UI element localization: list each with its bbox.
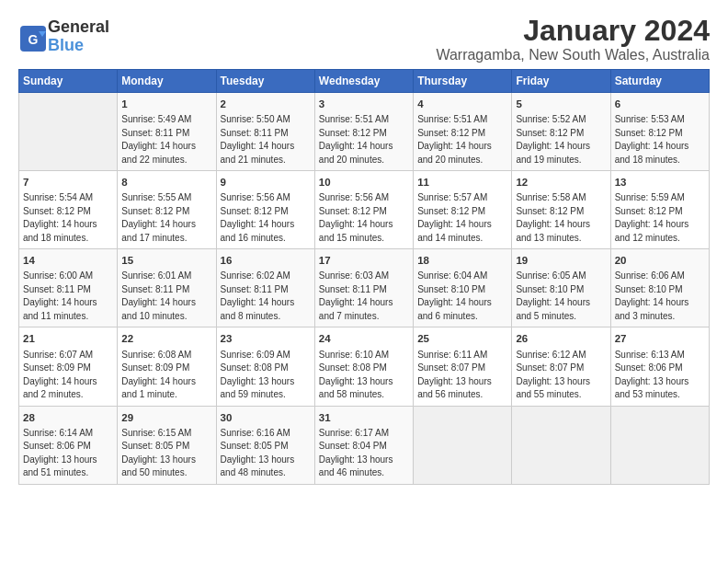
table-cell: 6Sunrise: 5:53 AM Sunset: 8:12 PM Daylig… [610,93,709,171]
cell-content: Sunrise: 5:50 AM Sunset: 8:11 PM Dayligh… [221,113,311,167]
day-number: 1 [121,97,211,111]
table-cell: 14Sunrise: 6:00 AM Sunset: 8:11 PM Dayli… [19,249,118,327]
cell-content: Sunrise: 6:15 AM Sunset: 8:05 PM Dayligh… [121,427,211,480]
header: G General Blue January 2024 Warragamba, … [18,15,710,63]
table-cell: 18Sunrise: 6:04 AM Sunset: 8:10 PM Dayli… [414,249,512,327]
day-number: 8 [121,175,211,190]
table-cell [512,406,610,484]
calendar-row: 21Sunrise: 6:07 AM Sunset: 8:09 PM Dayli… [19,327,710,406]
title-block: January 2024 Warragamba, New South Wales… [436,15,710,63]
calendar-row: 1Sunrise: 5:49 AM Sunset: 8:11 PM Daylig… [19,93,710,171]
day-number: 6 [615,97,705,111]
cell-content: Sunrise: 6:04 AM Sunset: 8:10 PM Dayligh… [417,270,507,323]
table-cell: 5Sunrise: 5:52 AM Sunset: 8:12 PM Daylig… [512,93,610,171]
table-cell: 28Sunrise: 6:14 AM Sunset: 8:06 PM Dayli… [19,406,118,484]
cell-content: Sunrise: 5:58 AM Sunset: 8:12 PM Dayligh… [516,191,606,245]
table-cell: 26Sunrise: 6:12 AM Sunset: 8:07 PM Dayli… [512,327,610,406]
day-number: 28 [23,410,113,425]
calendar-row: 28Sunrise: 6:14 AM Sunset: 8:06 PM Dayli… [19,406,710,484]
day-number: 14 [23,253,113,268]
table-cell: 20Sunrise: 6:06 AM Sunset: 8:10 PM Dayli… [610,249,709,327]
col-wednesday: Wednesday [314,70,413,93]
cell-content: Sunrise: 5:53 AM Sunset: 8:12 PM Dayligh… [615,113,705,167]
cell-content: Sunrise: 6:11 AM Sunset: 8:07 PM Dayligh… [417,349,507,402]
cell-content: Sunrise: 5:51 AM Sunset: 8:12 PM Dayligh… [417,113,507,167]
day-number: 2 [221,97,311,111]
logo-text: General Blue [48,18,109,55]
cell-content: Sunrise: 6:08 AM Sunset: 8:09 PM Dayligh… [121,349,211,402]
svg-text:G: G [28,32,39,47]
cell-content: Sunrise: 5:59 AM Sunset: 8:12 PM Dayligh… [615,191,705,245]
day-number: 16 [221,253,311,268]
calendar-title: January 2024 [436,15,710,47]
cell-content: Sunrise: 5:55 AM Sunset: 8:12 PM Dayligh… [121,191,211,245]
cell-content: Sunrise: 6:00 AM Sunset: 8:11 PM Dayligh… [23,270,113,323]
col-tuesday: Tuesday [216,70,314,93]
logo: G General Blue [18,18,109,55]
table-cell: 1Sunrise: 5:49 AM Sunset: 8:11 PM Daylig… [118,93,216,171]
calendar-row: 7Sunrise: 5:54 AM Sunset: 8:12 PM Daylig… [19,171,710,249]
day-number: 9 [221,175,311,190]
table-cell: 3Sunrise: 5:51 AM Sunset: 8:12 PM Daylig… [314,93,413,171]
cell-content: Sunrise: 6:01 AM Sunset: 8:11 PM Dayligh… [121,270,211,323]
day-number: 10 [319,175,409,190]
day-number: 26 [516,331,606,346]
cell-content: Sunrise: 6:13 AM Sunset: 8:06 PM Dayligh… [615,349,705,402]
day-number: 21 [23,331,113,346]
cell-content: Sunrise: 6:14 AM Sunset: 8:06 PM Dayligh… [23,427,113,480]
col-thursday: Thursday [414,70,512,93]
logo-icon: G [18,24,44,50]
table-cell [414,406,512,484]
calendar-table: Sunday Monday Tuesday Wednesday Thursday… [18,69,710,484]
table-cell: 2Sunrise: 5:50 AM Sunset: 8:11 PM Daylig… [216,93,314,171]
calendar-subtitle: Warragamba, New South Wales, Australia [436,47,710,63]
day-number: 18 [417,253,507,268]
cell-content: Sunrise: 6:07 AM Sunset: 8:09 PM Dayligh… [23,349,113,402]
table-cell: 11Sunrise: 5:57 AM Sunset: 8:12 PM Dayli… [414,171,512,249]
cell-content: Sunrise: 6:09 AM Sunset: 8:08 PM Dayligh… [221,349,311,402]
day-number: 17 [319,253,409,268]
table-cell [19,93,118,171]
day-number: 30 [221,410,311,425]
cell-content: Sunrise: 5:56 AM Sunset: 8:12 PM Dayligh… [319,191,409,245]
day-number: 20 [615,253,705,268]
table-cell: 9Sunrise: 5:56 AM Sunset: 8:12 PM Daylig… [216,171,314,249]
table-cell: 15Sunrise: 6:01 AM Sunset: 8:11 PM Dayli… [118,249,216,327]
col-friday: Friday [512,70,610,93]
table-cell: 21Sunrise: 6:07 AM Sunset: 8:09 PM Dayli… [19,327,118,406]
logo-line2: Blue [48,37,109,55]
day-number: 4 [417,97,507,111]
cell-content: Sunrise: 6:17 AM Sunset: 8:04 PM Dayligh… [319,427,409,480]
table-cell [610,406,709,484]
page: G General Blue January 2024 Warragamba, … [0,0,728,494]
table-cell: 23Sunrise: 6:09 AM Sunset: 8:08 PM Dayli… [216,327,314,406]
header-row: Sunday Monday Tuesday Wednesday Thursday… [19,70,710,93]
table-cell: 24Sunrise: 6:10 AM Sunset: 8:08 PM Dayli… [314,327,413,406]
table-cell: 31Sunrise: 6:17 AM Sunset: 8:04 PM Dayli… [314,406,413,484]
table-cell: 12Sunrise: 5:58 AM Sunset: 8:12 PM Dayli… [512,171,610,249]
cell-content: Sunrise: 6:02 AM Sunset: 8:11 PM Dayligh… [221,270,311,323]
cell-content: Sunrise: 5:51 AM Sunset: 8:12 PM Dayligh… [319,113,409,167]
calendar-row: 14Sunrise: 6:00 AM Sunset: 8:11 PM Dayli… [19,249,710,327]
day-number: 22 [121,331,211,346]
day-number: 3 [319,97,409,111]
cell-content: Sunrise: 5:54 AM Sunset: 8:12 PM Dayligh… [23,191,113,245]
cell-content: Sunrise: 6:06 AM Sunset: 8:10 PM Dayligh… [615,270,705,323]
calendar-body: 1Sunrise: 5:49 AM Sunset: 8:11 PM Daylig… [19,93,710,484]
col-sunday: Sunday [19,70,118,93]
day-number: 27 [615,331,705,346]
day-number: 13 [615,175,705,190]
cell-content: Sunrise: 6:05 AM Sunset: 8:10 PM Dayligh… [516,270,606,323]
day-number: 12 [516,175,606,190]
table-cell: 19Sunrise: 6:05 AM Sunset: 8:10 PM Dayli… [512,249,610,327]
table-cell: 29Sunrise: 6:15 AM Sunset: 8:05 PM Dayli… [118,406,216,484]
table-cell: 10Sunrise: 5:56 AM Sunset: 8:12 PM Dayli… [314,171,413,249]
day-number: 25 [417,331,507,346]
day-number: 19 [516,253,606,268]
cell-content: Sunrise: 5:52 AM Sunset: 8:12 PM Dayligh… [516,113,606,167]
cell-content: Sunrise: 6:10 AM Sunset: 8:08 PM Dayligh… [319,349,409,402]
day-number: 31 [319,410,409,425]
day-number: 15 [121,253,211,268]
col-saturday: Saturday [610,70,709,93]
calendar-header: Sunday Monday Tuesday Wednesday Thursday… [19,70,710,93]
